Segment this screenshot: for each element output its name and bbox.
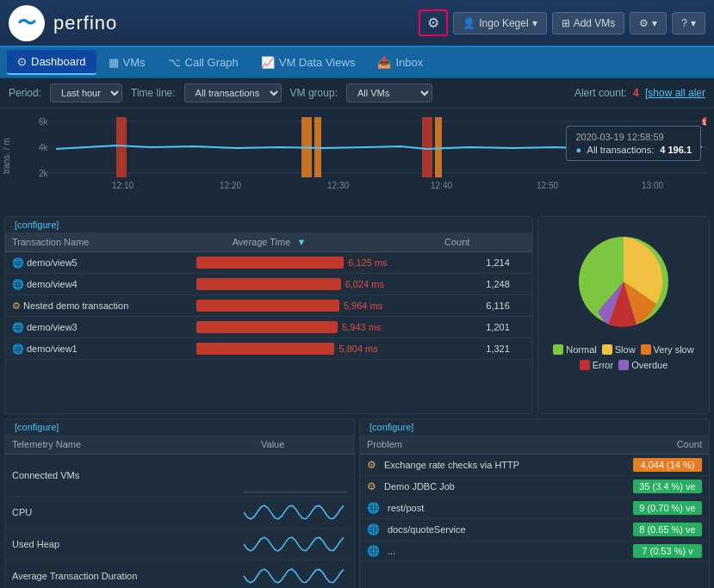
- toolbar: Period: Last hour Time line: All transac…: [0, 78, 714, 108]
- legend-normal-dot: [553, 344, 563, 355]
- tele-name-label: Connected VMs: [12, 470, 244, 480]
- tooltip-dot-icon: ●: [575, 145, 581, 155]
- problem-row[interactable]: ⚙ Demo JDBC Job 35 (3.4 %) ve: [360, 476, 709, 498]
- dashboard-icon: ⊙: [17, 55, 27, 68]
- user-menu-button[interactable]: 👤 Ingo Kegel ▾: [453, 12, 546, 34]
- table-row[interactable]: 🌐demo/view1 5,804 ms 1,321: [5, 338, 532, 360]
- svg-text:13:00: 13:00: [642, 181, 663, 190]
- timeline-select[interactable]: All transactions: [184, 84, 282, 102]
- nav-item-inbox[interactable]: 📥 Inbox: [367, 51, 433, 74]
- period-label: Period:: [9, 87, 41, 99]
- col-average-time[interactable]: Average Time ▼: [226, 232, 438, 252]
- problem-row[interactable]: 🌐 ... 7 (0.53 %) v: [360, 541, 709, 562]
- inbox-icon: 📥: [377, 56, 391, 69]
- legend-slow-label: Slow: [615, 344, 636, 355]
- legend-overdue-dot: [618, 360, 629, 370]
- telemetry-configure-link[interactable]: [configure]: [10, 419, 63, 435]
- telemetry-col-header: Telemetry Name Value: [5, 435, 354, 455]
- tele-name-label: CPU: [12, 507, 244, 517]
- trans-time-value: 6,024 ms: [345, 279, 384, 289]
- telemetry-row: Used Heap: [5, 529, 354, 560]
- tele-empty: [244, 468, 347, 492]
- prob-count-badge: 8 (0.65 %) ve: [633, 523, 702, 536]
- table-row[interactable]: 🌐demo/view4 6,024 ms 1,248: [5, 274, 532, 295]
- prob-count-badge: 35 (3.4 %) ve: [633, 480, 702, 493]
- user-icon: 👤: [463, 17, 475, 29]
- show-all-alerts-link[interactable]: [show all aler: [645, 87, 705, 99]
- main-settings-button[interactable]: ⚙ ▾: [630, 12, 667, 34]
- tele-sparkline: [244, 532, 347, 556]
- add-icon: ⊞: [562, 17, 570, 29]
- col-transaction-name: Transaction Name: [5, 232, 226, 252]
- table-row[interactable]: 🌐demo/view3 5,943 ms 1,201: [5, 317, 532, 338]
- prob-name-label: ...: [388, 546, 628, 556]
- globe-icon: 🌐: [12, 322, 24, 332]
- svg-text:2k: 2k: [39, 169, 49, 178]
- time-chart: trans. / m 6k 4k 2k 1 12:10 12: [0, 108, 714, 212]
- nav-item-dashboard[interactable]: ⊙ Dashboard: [7, 50, 96, 75]
- prob-name-label: docs/quoteService: [388, 524, 628, 535]
- globe-icon: 🌐: [12, 257, 24, 268]
- add-vms-label: Add VMs: [574, 17, 616, 29]
- help-button[interactable]: ? ▾: [672, 12, 705, 34]
- pie-svg: [555, 226, 692, 337]
- problems-configure-link[interactable]: [configure]: [365, 419, 418, 435]
- nav-item-callgraph[interactable]: ⌥ Call Graph: [158, 51, 249, 74]
- svg-text:12:30: 12:30: [327, 181, 349, 190]
- nav-bar: ⊙ Dashboard ▦ VMs ⌥ Call Graph 📈 VM Data…: [0, 47, 714, 78]
- problem-count-header: Count: [650, 439, 702, 449]
- tele-sparkline: [244, 500, 347, 524]
- legend-very-slow: Very slow: [641, 344, 694, 355]
- globe-icon: 🌐: [367, 523, 380, 535]
- globe-icon: 🌐: [12, 279, 24, 289]
- trans-time-value: 5,964 ms: [344, 300, 382, 311]
- problem-row[interactable]: ⚙ Exchange rate checks via HTTP 4,044 (1…: [360, 455, 709, 476]
- trans-time-value: 6,125 ms: [348, 257, 387, 268]
- tele-sparkline: [244, 564, 347, 588]
- legend-overdue-label: Overdue: [631, 360, 667, 370]
- problems-panel: [configure] Problem Count ⚙ Exchange rat…: [359, 418, 710, 588]
- trans-time-cell: 5,804 ms: [189, 338, 479, 360]
- problem-row[interactable]: 🌐 rest/post 9 (0.70 %) ve: [360, 498, 709, 519]
- prob-name-label: Demo JDBC Job: [384, 481, 628, 492]
- vmdataviews-icon: 📈: [261, 56, 275, 69]
- legend-error-label: Error: [593, 360, 613, 370]
- legend-very-slow-dot: [641, 344, 651, 355]
- prob-name-label: Exchange rate checks via HTTP: [384, 460, 628, 470]
- settings-highlighted-button[interactable]: ⚙: [419, 9, 448, 36]
- alert-label: Alert count:: [574, 87, 627, 99]
- legend-error-dot: [580, 360, 590, 370]
- add-vms-button[interactable]: ⊞ Add VMs: [552, 12, 625, 34]
- telemetry-name-header: Telemetry Name: [12, 439, 261, 449]
- globe-icon: 🌐: [367, 502, 380, 514]
- bottom-content: [configure] Telemetry Name Value Connect…: [0, 418, 714, 588]
- tooltip-time: 2020-03-19 12:58:59: [575, 132, 692, 142]
- nav-item-vms[interactable]: ▦ VMs: [98, 51, 156, 74]
- problem-row[interactable]: 🌐 docs/quoteService 8 (0.65 %) ve: [360, 519, 709, 541]
- transactions-panel: [configure] Transaction Name Average Tim…: [4, 216, 533, 414]
- gear-icon-sm: ⚙: [12, 300, 21, 311]
- callgraph-icon: ⌥: [168, 56, 181, 69]
- logo-icon: 〜: [17, 10, 36, 36]
- table-row[interactable]: 🌐demo/view5 6,125 ms 1,214: [5, 252, 532, 274]
- trans-count-cell: 1,321: [479, 338, 532, 360]
- svg-text:4k: 4k: [39, 143, 49, 152]
- header-actions: ⚙ 👤 Ingo Kegel ▾ ⊞ Add VMs ⚙ ▾ ? ▾: [419, 9, 705, 36]
- svg-text:12:40: 12:40: [431, 181, 452, 190]
- problems-col-header: Problem Count: [360, 435, 709, 455]
- trans-name-cell: 🌐demo/view3: [5, 317, 189, 338]
- trans-time-cell: 5,943 ms: [189, 317, 479, 338]
- nav-item-vmdataviews[interactable]: 📈 VM Data Views: [251, 51, 366, 74]
- globe-icon: 🌐: [367, 545, 380, 557]
- table-row[interactable]: ⚙Nested demo transaction 5,964 ms 6,116: [5, 295, 532, 317]
- legend-slow-dot: [602, 344, 612, 355]
- gear-icon: ⚙: [367, 459, 376, 471]
- vms-icon: ▦: [109, 56, 119, 69]
- trans-count-cell: 1,214: [479, 252, 532, 274]
- prob-count-badge: 7 (0.53 %) v: [633, 544, 702, 558]
- period-select[interactable]: Last hour: [50, 84, 122, 102]
- vmgroup-select[interactable]: All VMs: [346, 84, 432, 102]
- telemetry-row: Connected VMs: [5, 455, 354, 497]
- pie-chart-panel: Normal Slow Very slow Error Overdue: [537, 216, 710, 414]
- transactions-configure-link[interactable]: [configure]: [10, 217, 63, 232]
